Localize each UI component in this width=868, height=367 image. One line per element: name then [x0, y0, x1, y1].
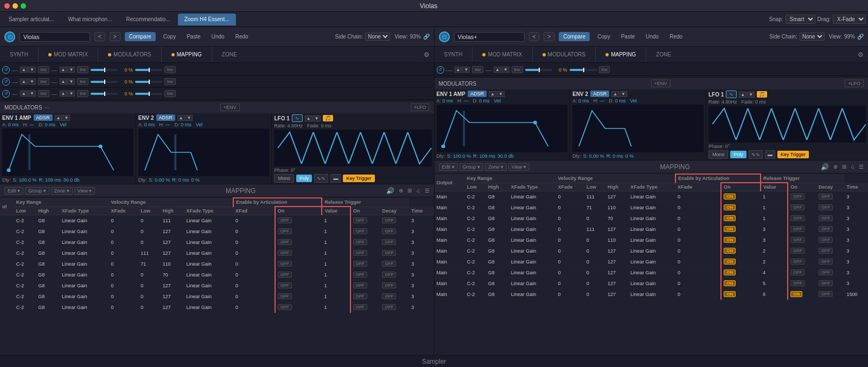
left-lfo1-stepper[interactable]: ▲▼: [305, 115, 321, 121]
right-cell-art-on-0[interactable]: ON: [721, 191, 761, 202]
left-slider-3b[interactable]: [135, 93, 162, 95]
left-cell-rel-on-1[interactable]: OFF: [350, 226, 380, 237]
left-mod-stepper-2b[interactable]: ▲▼: [60, 79, 75, 85]
right-edit-dropdown[interactable]: Edit ▾: [439, 163, 458, 171]
left-poly-button[interactable]: Poly: [296, 175, 312, 182]
right-tab-modulators[interactable]: MODULATORS: [537, 49, 591, 60]
left-inv-btn-3b[interactable]: Inv: [77, 90, 88, 97]
maximize-button[interactable]: [21, 3, 26, 9]
right-env2-type-button[interactable]: ADSR: [590, 91, 609, 97]
right-lfo1-wave-select1[interactable]: ∿∿: [749, 150, 763, 159]
right-paste-button[interactable]: Paste: [618, 32, 639, 41]
left-cell-rel-on-8[interactable]: OFF: [350, 302, 380, 313]
left-mod-stepper-3b[interactable]: ▲▼: [60, 91, 75, 96]
left-cell-art-on-7[interactable]: OFF: [275, 291, 322, 302]
left-inv-btn-2b[interactable]: Inv: [77, 78, 88, 85]
minimize-button[interactable]: [12, 3, 18, 9]
right-redo-button[interactable]: Redo: [666, 32, 686, 41]
left-mod-cycle-1[interactable]: ↺: [2, 66, 10, 74]
left-inv-btn-1[interactable]: Inv: [38, 66, 49, 73]
left-add-env-button[interactable]: +ENV: [220, 104, 240, 111]
left-nav-forward[interactable]: >: [110, 32, 120, 41]
left-side-chain-select[interactable]: None: [365, 33, 390, 41]
left-cell-rel-on-5[interactable]: OFF: [350, 269, 380, 280]
right-side-chain-select[interactable]: None: [800, 33, 825, 41]
right-undo-button[interactable]: Undo: [642, 32, 662, 41]
right-cell-art-on-9[interactable]: ON: [721, 289, 761, 300]
left-mod-stepper-1b[interactable]: ▲▼: [60, 67, 75, 73]
left-inv-btn-3c[interactable]: Inv: [164, 90, 176, 97]
left-cell-art-on-4[interactable]: OFF: [275, 259, 322, 269]
right-cell-art-on-2[interactable]: ON: [721, 213, 761, 224]
right-lfo1-wave-button[interactable]: ∿: [726, 91, 737, 98]
left-cell-rel-on-4[interactable]: OFF: [350, 259, 380, 269]
right-env1-stepper[interactable]: ▲▼: [489, 91, 505, 97]
right-inv-1[interactable]: Inv: [472, 66, 483, 73]
left-mod-stepper-1[interactable]: ▲▼: [20, 67, 36, 73]
right-mod-stepper-1b[interactable]: ▲▼: [494, 67, 509, 73]
right-cell-art-on-1[interactable]: ON: [721, 202, 761, 213]
left-cell-rel-on-7[interactable]: OFF: [350, 291, 380, 302]
left-slider-1b[interactable]: [135, 69, 162, 71]
left-mod-cycle-3[interactable]: ↺: [2, 90, 10, 98]
left-inv-btn-3[interactable]: Inv: [38, 90, 49, 97]
left-slider-1[interactable]: [91, 69, 118, 71]
right-cell-rel-on-9[interactable]: ON: [788, 289, 816, 300]
right-env1-type-button[interactable]: ADSR: [468, 91, 487, 97]
left-cell-art-on-0[interactable]: OFF: [275, 215, 322, 226]
right-group-dropdown[interactable]: Group ▾: [459, 163, 484, 171]
right-cell-art-on-4[interactable]: ON: [721, 235, 761, 246]
left-cell-art-on-6[interactable]: OFF: [275, 280, 322, 291]
right-link-icon[interactable]: 🔗: [857, 34, 864, 40]
right-cell-art-on-5[interactable]: ON: [721, 246, 761, 256]
right-cell-rel-on-8[interactable]: OFF: [788, 278, 816, 289]
right-nav-back[interactable]: <: [529, 32, 540, 41]
right-lfo1-stepper[interactable]: ▲▼: [739, 92, 755, 98]
left-key-trigger-button[interactable]: Key Trigger: [343, 175, 374, 182]
left-link-icon[interactable]: 🔗: [423, 34, 430, 40]
left-redo-button[interactable]: Redo: [232, 32, 252, 41]
right-tab-mapping[interactable]: MAPPING: [600, 49, 641, 60]
left-tab-modulators[interactable]: MODULATORS: [103, 49, 157, 60]
close-button[interactable]: [4, 3, 10, 9]
right-slider-1b[interactable]: [570, 69, 597, 71]
right-cell-art-on-6[interactable]: ON: [721, 256, 761, 267]
right-cell-rel-on-3[interactable]: OFF: [788, 224, 816, 235]
left-add-lfo-button[interactable]: +LFO: [411, 104, 430, 111]
left-view-dropdown[interactable]: View ▾: [74, 187, 95, 195]
right-lfo1-wave-select2[interactable]: ▬: [765, 150, 775, 159]
right-mapping-table-wrap[interactable]: Output Key Range Velocity Range Enable b…: [435, 173, 869, 355]
right-lfo1-phase-button[interactable]: 🎵: [757, 91, 767, 98]
left-inv-btn-2c[interactable]: Inv: [164, 78, 176, 85]
snap-select[interactable]: Smart: [786, 15, 815, 24]
right-add-env-button[interactable]: +ENV: [651, 80, 671, 87]
left-cell-rel-on-6[interactable]: OFF: [350, 280, 380, 291]
right-gear-button[interactable]: ⚙: [858, 51, 864, 59]
left-cell-art-on-8[interactable]: OFF: [275, 302, 322, 313]
right-poly-button[interactable]: Poly: [730, 151, 746, 158]
left-env1-type-button[interactable]: ADSR: [34, 114, 53, 121]
left-lfo1-phase-button[interactable]: 🎵: [323, 115, 333, 121]
right-inv-1b[interactable]: Inv: [512, 66, 523, 73]
left-cell-rel-on-0[interactable]: OFF: [350, 215, 380, 226]
left-cell-art-on-2[interactable]: OFF: [275, 237, 322, 248]
left-cell-art-on-3[interactable]: OFF: [275, 248, 322, 259]
left-mapping-table-wrap[interactable]: ut Key Range Velocity Range Enable by Ar…: [0, 197, 434, 355]
tab-microphone[interactable]: What microphon...: [61, 14, 118, 25]
left-slider-2b[interactable]: [135, 81, 162, 83]
right-cell-rel-on-2[interactable]: OFF: [788, 213, 816, 224]
left-title-input[interactable]: [20, 32, 90, 42]
right-power-button[interactable]: ⏻: [439, 31, 450, 42]
left-mod-stepper-3[interactable]: ▲▼: [20, 91, 36, 96]
left-lfo1-wave-select2[interactable]: ▬: [330, 174, 341, 183]
left-group-dropdown[interactable]: Group ▾: [25, 187, 49, 195]
drag-select[interactable]: X-Fade: [833, 15, 866, 24]
left-cell-art-on-5[interactable]: OFF: [275, 269, 322, 280]
tab-recommendations[interactable]: Recommendatio...: [120, 14, 177, 25]
right-tab-synth[interactable]: SYNTH: [439, 49, 468, 60]
right-inv-1c[interactable]: Inv: [599, 66, 610, 73]
left-view-value[interactable]: 93%: [410, 34, 420, 40]
left-power-button[interactable]: ⏻: [4, 31, 15, 42]
left-lfo1-wave-select1[interactable]: ∿∿: [314, 174, 328, 183]
left-env1-stepper[interactable]: ▲▼: [55, 115, 71, 121]
